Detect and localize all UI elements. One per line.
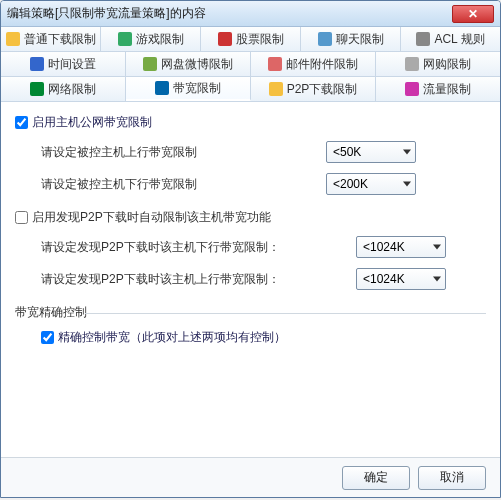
- cloud-icon: [143, 57, 157, 71]
- tab-label: ACL 规则: [434, 31, 484, 48]
- tab-label: P2P下载限制: [287, 81, 358, 98]
- tab-label: 邮件附件限制: [286, 56, 358, 73]
- tab-game[interactable]: 游戏限制: [101, 27, 201, 51]
- tab-chat[interactable]: 聊天限制: [301, 27, 401, 51]
- tab-time[interactable]: 时间设置: [1, 52, 126, 76]
- host-bandwidth-fields: 请设定被控主机上行带宽限制 <50K 请设定被控主机下行带宽限制 <200K: [15, 141, 486, 195]
- button-label: 取消: [440, 469, 464, 486]
- p2p-bandwidth-fields: 请设定发现P2P下载时该主机下行带宽限制： <1024K 请设定发现P2P下载时…: [15, 236, 486, 290]
- tab-network[interactable]: 网络限制: [1, 77, 126, 101]
- tab-row-3: 网络限制 带宽限制 P2P下载限制 流量限制: [1, 77, 500, 102]
- tab-label: 游戏限制: [136, 31, 184, 48]
- window-title: 编辑策略[只限制带宽流量策略]的内容: [7, 5, 452, 22]
- stock-icon: [218, 32, 232, 46]
- checkbox-label: 启用主机公网带宽限制: [32, 114, 152, 131]
- mail-icon: [268, 57, 282, 71]
- dialog-window: 编辑策略[只限制带宽流量策略]的内容 ✕ 普通下载限制 游戏限制 股票限制 聊天…: [0, 0, 501, 498]
- combo-value: <50K: [333, 145, 361, 159]
- enable-host-bandwidth-checkbox[interactable]: 启用主机公网带宽限制: [15, 114, 486, 131]
- p2p-icon: [269, 82, 283, 96]
- checkbox-input[interactable]: [41, 331, 54, 344]
- enable-p2p-limit-checkbox[interactable]: 启用发现P2P下载时自动限制该主机带宽功能: [15, 209, 486, 226]
- chevron-down-icon: [433, 245, 441, 250]
- tab-label: 带宽限制: [173, 80, 221, 97]
- traffic-icon: [405, 82, 419, 96]
- cancel-button[interactable]: 取消: [418, 466, 486, 490]
- tab-netdisk[interactable]: 网盘微博限制: [126, 52, 251, 76]
- section-host-bandwidth: 启用主机公网带宽限制 请设定被控主机上行带宽限制 <50K 请设定被控主机下行带…: [15, 114, 486, 195]
- game-icon: [118, 32, 132, 46]
- bandwidth-icon: [155, 81, 169, 95]
- combo-value: <1024K: [363, 240, 405, 254]
- precise-control-checkbox[interactable]: 精确控制带宽（此项对上述两项均有控制）: [41, 329, 486, 346]
- tab-p2p[interactable]: P2P下载限制: [251, 77, 376, 101]
- row-p2p-downlink: 请设定发现P2P下载时该主机下行带宽限制： <1024K: [41, 236, 486, 258]
- checkbox-label: 启用发现P2P下载时自动限制该主机带宽功能: [32, 209, 271, 226]
- tab-shopping[interactable]: 网购限制: [376, 52, 500, 76]
- tab-mail[interactable]: 邮件附件限制: [251, 52, 376, 76]
- group-title: 带宽精确控制: [15, 304, 486, 321]
- tabstrip: 普通下载限制 游戏限制 股票限制 聊天限制 ACL 规则 时间设置 网盘微博限制…: [1, 27, 500, 102]
- chevron-down-icon: [403, 150, 411, 155]
- chevron-down-icon: [433, 277, 441, 282]
- downlink-label: 请设定被控主机下行带宽限制: [41, 176, 197, 193]
- row-p2p-uplink: 请设定发现P2P下载时该主机上行带宽限制： <1024K: [41, 268, 486, 290]
- row-uplink: 请设定被控主机上行带宽限制 <50K: [41, 141, 486, 163]
- downlink-combo[interactable]: <200K: [326, 173, 416, 195]
- tab-label: 聊天限制: [336, 31, 384, 48]
- close-icon: ✕: [468, 7, 478, 21]
- section-precise: 带宽精确控制 精确控制带宽（此项对上述两项均有控制）: [15, 304, 486, 346]
- tab-row-2: 时间设置 网盘微博限制 邮件附件限制 网购限制: [1, 52, 500, 77]
- dialog-footer: 确定 取消: [1, 457, 500, 497]
- tab-label: 流量限制: [423, 81, 471, 98]
- checkbox-input[interactable]: [15, 211, 28, 224]
- tab-label: 网盘微博限制: [161, 56, 233, 73]
- ok-button[interactable]: 确定: [342, 466, 410, 490]
- tab-acl[interactable]: ACL 规则: [401, 27, 500, 51]
- checkbox-label: 精确控制带宽（此项对上述两项均有控制）: [58, 329, 286, 346]
- combo-value: <200K: [333, 177, 368, 191]
- tab-normal-download[interactable]: 普通下载限制: [1, 27, 101, 51]
- uplink-label: 请设定被控主机上行带宽限制: [41, 144, 197, 161]
- button-label: 确定: [364, 469, 388, 486]
- uplink-combo[interactable]: <50K: [326, 141, 416, 163]
- p2p-up-label: 请设定发现P2P下载时该主机上行带宽限制：: [41, 271, 280, 288]
- p2p-up-combo[interactable]: <1024K: [356, 268, 446, 290]
- tab-label: 网购限制: [423, 56, 471, 73]
- p2p-down-label: 请设定发现P2P下载时该主机下行带宽限制：: [41, 239, 280, 256]
- tab-bandwidth[interactable]: 带宽限制: [126, 77, 251, 101]
- clock-icon: [30, 57, 44, 71]
- chat-icon: [318, 32, 332, 46]
- acl-icon: [416, 32, 430, 46]
- section-p2p-bandwidth: 启用发现P2P下载时自动限制该主机带宽功能 请设定发现P2P下载时该主机下行带宽…: [15, 209, 486, 290]
- close-button[interactable]: ✕: [452, 5, 494, 23]
- network-icon: [30, 82, 44, 96]
- tab-label: 网络限制: [48, 81, 96, 98]
- p2p-down-combo[interactable]: <1024K: [356, 236, 446, 258]
- content-pane: 启用主机公网带宽限制 请设定被控主机上行带宽限制 <50K 请设定被控主机下行带…: [1, 102, 500, 457]
- tab-label: 股票限制: [236, 31, 284, 48]
- titlebar: 编辑策略[只限制带宽流量策略]的内容 ✕: [1, 1, 500, 27]
- tab-stock[interactable]: 股票限制: [201, 27, 301, 51]
- cart-icon: [405, 57, 419, 71]
- chevron-down-icon: [403, 182, 411, 187]
- combo-value: <1024K: [363, 272, 405, 286]
- tab-label: 时间设置: [48, 56, 96, 73]
- checkbox-input[interactable]: [15, 116, 28, 129]
- row-downlink: 请设定被控主机下行带宽限制 <200K: [41, 173, 486, 195]
- tab-row-1: 普通下载限制 游戏限制 股票限制 聊天限制 ACL 规则: [1, 27, 500, 52]
- tab-traffic[interactable]: 流量限制: [376, 77, 500, 101]
- tab-label: 普通下载限制: [24, 31, 96, 48]
- download-icon: [6, 32, 20, 46]
